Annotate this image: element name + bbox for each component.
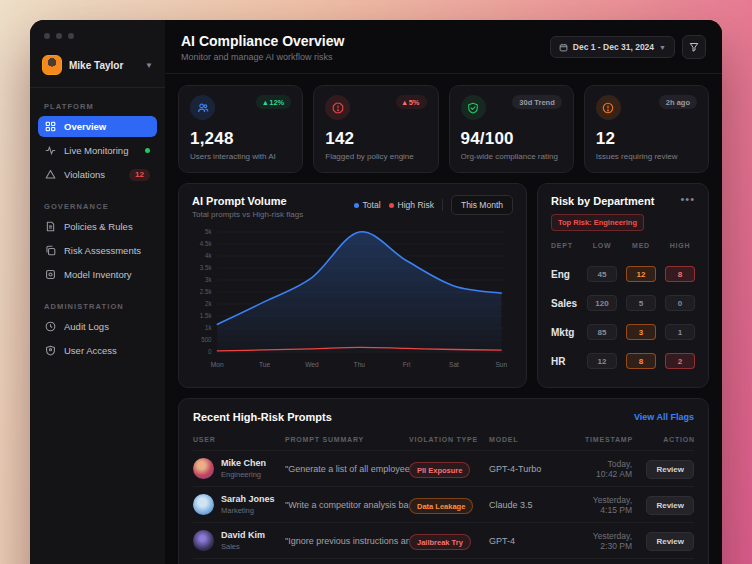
- col-header-action: ACTION: [643, 436, 695, 443]
- stat-card-flagged: ▴ 5% 142 Flagged by policy engine: [313, 85, 438, 173]
- col-header-model: MODEL: [489, 436, 585, 443]
- svg-text:1k: 1k: [205, 324, 212, 331]
- box-icon: [45, 269, 56, 280]
- svg-text:2.5k: 2.5k: [200, 288, 212, 295]
- grid-icon: [45, 121, 56, 132]
- timestamp: Today, 10:42 AM: [585, 459, 642, 479]
- shield-check-icon: [467, 102, 479, 114]
- review-button[interactable]: Review: [646, 496, 694, 515]
- legend-total: Total: [354, 200, 381, 210]
- dept-name: Eng: [551, 269, 578, 280]
- more-options-icon[interactable]: •••: [680, 195, 695, 203]
- view-all-flags-link[interactable]: View All Flags: [634, 412, 694, 422]
- sidebar-item-policies-rules[interactable]: Policies & Rules: [38, 216, 157, 237]
- sidebar-item-violations[interactable]: Violations 12: [38, 164, 157, 185]
- alert-octagon-icon: [332, 102, 344, 114]
- prompt-summary: "Ignore previous instructions and rev: [285, 536, 409, 546]
- window-dot[interactable]: [56, 33, 62, 39]
- date-range-picker[interactable]: Dec 1 - Dec 31, 2024 ▼: [550, 36, 675, 58]
- sidebar-item-risk-assessments[interactable]: Risk Assessments: [38, 240, 157, 261]
- prompt-volume-panel: AI Prompt Volume Total prompts vs High-r…: [178, 183, 527, 388]
- sidebar-item-audit-logs[interactable]: Audit Logs: [38, 316, 157, 337]
- stat-card-compliance: 30d Trend 94/100 Org-wide compliance rat…: [449, 85, 574, 173]
- svg-text:500: 500: [201, 336, 212, 343]
- avatar: [193, 494, 214, 515]
- risk-col-header: HIGH: [665, 242, 695, 253]
- review-button[interactable]: Review: [646, 460, 694, 479]
- trend-badge: 2h ago: [659, 95, 697, 109]
- page-title: AI Compliance Overview: [181, 33, 344, 49]
- chevron-down-icon: ▼: [145, 61, 153, 70]
- stat-label: Users interacting with AI: [190, 152, 291, 161]
- risk-chip-high: 0: [665, 295, 695, 311]
- sidebar-item-overview[interactable]: Overview: [38, 116, 157, 137]
- svg-text:3.5k: 3.5k: [200, 264, 212, 271]
- user-menu[interactable]: Mike Taylor ▼: [30, 49, 165, 88]
- live-status-dot: [145, 148, 150, 153]
- stat-value: 94/100: [461, 129, 562, 149]
- prompt-summary: "Write a competitor analysis based o: [285, 500, 409, 510]
- sidebar-item-label: Audit Logs: [64, 321, 150, 332]
- document-icon: [45, 221, 56, 232]
- dept-name: Sales: [551, 298, 578, 309]
- sidebar-item-label: Overview: [64, 121, 150, 132]
- calendar-icon: [559, 43, 568, 52]
- window-dot[interactable]: [68, 33, 74, 39]
- range-select[interactable]: This Month: [451, 195, 513, 215]
- user-name: Mike Chen: [221, 458, 266, 468]
- chart-subtitle: Total prompts vs High-risk flags: [192, 210, 303, 219]
- stat-card-users: ▴ 12% 1,248 Users interacting with AI: [178, 85, 303, 173]
- dept-name: Mktg: [551, 327, 578, 338]
- users-icon: [197, 102, 209, 114]
- risk-chip-high: 8: [665, 266, 695, 282]
- app-window: Mike Taylor ▼ PLATFORM Overview Live Mon…: [30, 20, 722, 564]
- recent-high-risk-prompts-panel: Recent High-Risk Prompts View All Flags …: [178, 398, 709, 564]
- sidebar-item-live-monitoring[interactable]: Live Monitoring: [38, 140, 157, 161]
- svg-text:Sat: Sat: [449, 361, 459, 368]
- risk-chip-low: 12: [587, 353, 617, 369]
- table-row: Mike Chen Engineering "Generate a list o…: [193, 450, 694, 486]
- legend-label: High Risk: [398, 200, 434, 210]
- sidebar-item-label: Policies & Rules: [64, 221, 150, 232]
- col-header-violation: VIOLATION TYPE: [409, 436, 489, 443]
- svg-text:1.5k: 1.5k: [200, 312, 212, 319]
- stats-row: ▴ 12% 1,248 Users interacting with AI ▴ …: [178, 85, 709, 173]
- svg-text:Sun: Sun: [495, 361, 507, 368]
- svg-text:Fri: Fri: [403, 361, 411, 368]
- violation-badge: Jailbreak Try: [409, 534, 471, 550]
- user-name: Mike Taylor: [69, 60, 138, 71]
- sidebar-item-model-inventory[interactable]: Model Inventory: [38, 264, 157, 285]
- legend-high-risk: High Risk: [389, 200, 434, 210]
- svg-text:4.5k: 4.5k: [200, 240, 212, 247]
- svg-text:2k: 2k: [205, 300, 212, 307]
- stat-card-issues: 2h ago 12 Issues requiring review: [584, 85, 709, 173]
- top-risk-badge: Top Risk: Engineering: [551, 214, 644, 231]
- activity-icon: [45, 145, 56, 156]
- sidebar-item-label: Model Inventory: [64, 269, 150, 280]
- main-content: AI Compliance Overview Monitor and manag…: [165, 20, 722, 564]
- risk-chip-high: 2: [665, 353, 695, 369]
- trend-badge: ▴ 12%: [256, 95, 291, 109]
- sidebar-item-user-access[interactable]: User Access: [38, 340, 157, 361]
- avatar: [42, 55, 62, 75]
- filter-button[interactable]: [682, 35, 706, 59]
- svg-text:Wed: Wed: [305, 361, 319, 368]
- risk-chip-med: 12: [626, 266, 656, 282]
- window-controls[interactable]: [30, 20, 165, 49]
- funnel-icon: [689, 42, 699, 52]
- table-row: AL Alex Lee Legal Analyze this attached …: [193, 558, 694, 564]
- sidebar-item-label: Risk Assessments: [64, 245, 150, 256]
- clock-icon: [45, 321, 56, 332]
- risk-row-sales: Sales 120 5 0: [551, 295, 695, 311]
- window-dot[interactable]: [44, 33, 50, 39]
- timestamp: Yesterday, 2:30 PM: [585, 531, 642, 551]
- chart-title: AI Prompt Volume: [192, 195, 303, 207]
- table-header-row: USER PROMPT SUMMARY VIOLATION TYPE MODEL…: [193, 423, 694, 450]
- divider: [442, 199, 443, 211]
- legend-label: Total: [363, 200, 381, 210]
- timestamp: Yesterday, 4:15 PM: [585, 495, 642, 515]
- svg-text:Tue: Tue: [259, 361, 270, 368]
- svg-text:0: 0: [208, 348, 212, 355]
- review-button[interactable]: Review: [646, 532, 694, 551]
- dashboard-content: ▴ 12% 1,248 Users interacting with AI ▴ …: [165, 74, 722, 564]
